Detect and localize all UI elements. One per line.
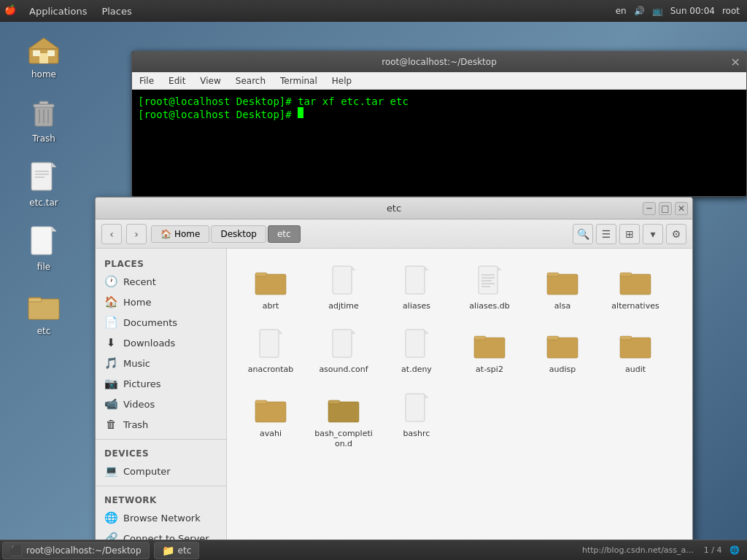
svg-rect-30	[479, 266, 498, 294]
fm-content: abrt adjtime	[227, 249, 692, 560]
display-icon[interactable]: 📺	[652, 6, 663, 16]
svg-rect-45	[406, 330, 425, 357]
file-item-bashrc[interactable]: bashrc	[384, 387, 449, 454]
file-item-aliases[interactable]: aliases	[384, 260, 449, 316]
file-item-audit[interactable]: audit	[603, 323, 668, 379]
back-button[interactable]: ‹	[101, 224, 122, 244]
desktop-icon-home[interactable]: home	[15, 29, 73, 82]
desktop-icon-trash[interactable]: Trash	[15, 93, 73, 147]
file-item-adjtime[interactable]: adjtime	[311, 260, 376, 316]
sidebar-music-label: Music	[123, 358, 150, 369]
taskbar-terminal[interactable]: ⬛ root@localhost:~/Desktop	[2, 542, 150, 559]
file-item-at-deny[interactable]: at.deny	[384, 323, 449, 379]
sidebar-item-trash[interactable]: 🗑 Trash	[96, 414, 226, 435]
file-item-audisp[interactable]: audisp	[530, 323, 595, 379]
terminal-menu-file[interactable]: File	[132, 74, 161, 88]
abrt-label: abrt	[263, 301, 279, 311]
terminal-menu-search[interactable]: Search	[228, 74, 273, 88]
user-indicator: root	[722, 6, 740, 16]
svg-marker-2	[28, 38, 59, 49]
desktop-icon-etc[interactable]: etc	[15, 286, 73, 339]
file-item-bash-completion[interactable]: bash_completion.d	[311, 387, 376, 454]
places-menu[interactable]: Places	[96, 4, 137, 19]
bashrc-label: bashrc	[403, 429, 430, 439]
clock: Sun 00:04	[670, 6, 715, 16]
settings-button[interactable]: ⚙	[666, 224, 686, 244]
volume-icon[interactable]: 🔊	[634, 6, 645, 16]
breadcrumb-desktop[interactable]: Desktop	[211, 225, 266, 243]
aliases-db-label: aliases.db	[469, 301, 509, 311]
breadcrumb-etc[interactable]: etc	[268, 225, 301, 243]
sidebar-item-pictures[interactable]: 📷 Pictures	[96, 373, 226, 394]
svg-rect-47	[474, 338, 505, 358]
terminal-menubar: File Edit View Search Terminal Help	[132, 72, 746, 90]
file-item-alsa[interactable]: alsa	[530, 260, 595, 316]
terminal-menu-view[interactable]: View	[193, 74, 228, 88]
terminal-menu-terminal[interactable]: Terminal	[273, 74, 325, 88]
etctar-icon-label: etc.tar	[29, 198, 58, 208]
file-item-at-spi2[interactable]: at-spi2	[457, 323, 522, 379]
browse-network-icon: 🌐	[104, 511, 117, 524]
taskbar-etc[interactable]: 📁 etc	[154, 542, 200, 559]
audit-folder-icon	[618, 327, 653, 362]
recent-icon: 🕐	[104, 275, 117, 288]
file-item-alternatives[interactable]: alternatives	[603, 260, 668, 316]
sidebar-browse-network-label: Browse Network	[123, 513, 201, 524]
svg-rect-54	[255, 400, 267, 404]
svg-rect-52	[620, 336, 632, 340]
file-item-asound-conf[interactable]: asound.conf	[311, 323, 376, 379]
applications-menu[interactable]: Applications	[23, 4, 93, 19]
sidebar-item-downloads[interactable]: ⬇ Downloads	[96, 332, 226, 353]
desktop-icon-etctar[interactable]: etc.tar	[15, 158, 73, 211]
file-item-abrt[interactable]: abrt	[238, 260, 303, 316]
alternatives-label: alternatives	[611, 301, 659, 311]
svg-rect-7	[34, 104, 54, 107]
desktop-icon-file[interactable]: file	[15, 222, 73, 275]
sort-button[interactable]: ▾	[643, 224, 663, 244]
sidebar-item-computer[interactable]: 💻 Computer	[96, 461, 226, 481]
breadcrumb-home[interactable]: 🏠 Home	[151, 225, 209, 243]
fm-maximize-button[interactable]: □	[659, 202, 672, 215]
sidebar-item-music[interactable]: 🎵 Music	[96, 353, 226, 373]
sidebar-item-browse-network[interactable]: 🌐 Browse Network	[96, 508, 226, 528]
fm-minimize-button[interactable]: ─	[643, 202, 656, 215]
sidebar-item-home[interactable]: 🏠 Home	[96, 292, 226, 312]
fm-close-button[interactable]: ✕	[675, 202, 688, 215]
file-item-anacrontab[interactable]: anacrontab	[238, 323, 303, 379]
apple-icon: 🍎	[4, 4, 18, 18]
network-header: Network	[96, 491, 226, 508]
sidebar-item-recent[interactable]: 🕐 Recent	[96, 271, 226, 292]
fm-sidebar: Places 🕐 Recent 🏠 Home 📄 Documents ⬇ Dow…	[96, 249, 227, 560]
adjtime-doc-icon	[326, 264, 361, 299]
trash-icon	[26, 96, 61, 131]
aliases-doc-icon	[399, 264, 434, 299]
svg-rect-49	[547, 338, 578, 358]
sidebar-item-videos[interactable]: 📹 Videos	[96, 394, 226, 414]
search-button[interactable]: 🔍	[573, 224, 593, 244]
avahi-folder-icon	[253, 392, 288, 427]
terminal-body[interactable]: [root@localhost Desktop]# tar xf etc.tar…	[132, 90, 746, 196]
file-icon-label: file	[37, 262, 50, 272]
terminal-menu-help[interactable]: Help	[325, 74, 359, 88]
svg-rect-18	[31, 227, 52, 254]
file-item-aliases-db[interactable]: aliases.db	[457, 260, 522, 316]
desktop-icons: home Trash	[15, 29, 73, 339]
alternatives-folder-icon	[618, 264, 653, 299]
grid-view-button[interactable]: ⊞	[619, 224, 640, 244]
asound-conf-doc-icon	[326, 327, 361, 362]
sidebar-item-documents[interactable]: 📄 Documents	[96, 312, 226, 332]
file-item-avahi[interactable]: avahi	[238, 387, 303, 454]
svg-rect-39	[620, 274, 651, 295]
terminal-close-button[interactable]: ✕	[731, 55, 740, 69]
terminal-menu-edit[interactable]: Edit	[161, 74, 193, 88]
music-icon: 🎵	[104, 357, 117, 370]
svg-rect-25	[255, 273, 267, 276]
alsa-label: alsa	[554, 301, 570, 311]
desktop: home Trash	[0, 22, 747, 560]
list-view-button[interactable]: ☰	[596, 224, 616, 244]
sidebar-documents-label: Documents	[123, 317, 177, 328]
svg-rect-56	[328, 400, 340, 404]
forward-button[interactable]: ›	[126, 224, 147, 244]
terminal-title: root@localhost:~/Desktop	[382, 57, 497, 67]
devices-header: Devices	[96, 444, 226, 461]
